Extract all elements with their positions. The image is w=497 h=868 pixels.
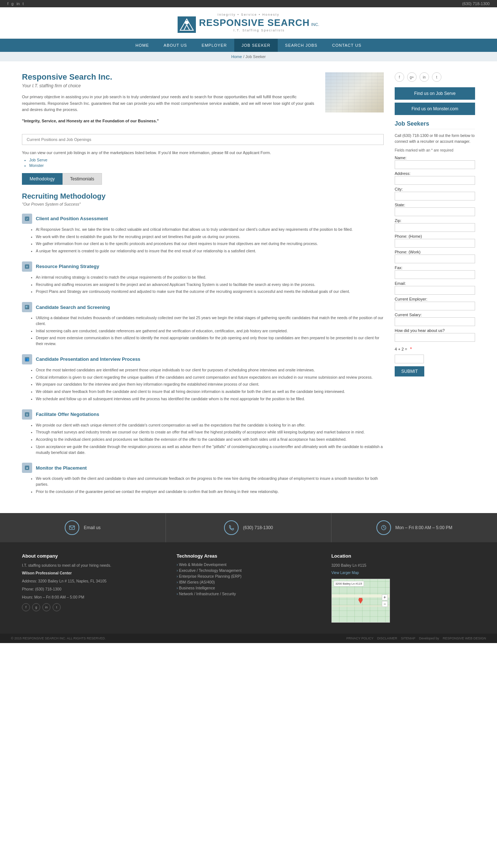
tab-testimonials[interactable]: Testimonials	[62, 173, 102, 185]
bullet-item: At Responsive Search Inc. we take the ti…	[36, 227, 384, 233]
map-zoom-out[interactable]: −	[382, 601, 388, 607]
search-method-icon: 🔍	[22, 302, 32, 312]
office-image	[325, 72, 384, 112]
jobserve-link[interactable]: Job Serve	[29, 158, 384, 162]
breadcrumb-home[interactable]: Home	[231, 54, 242, 59]
footer-email-text: Email us	[84, 525, 100, 530]
header-tagline: Integrity • Service • Honesty	[0, 13, 497, 16]
phone-home-input[interactable]	[395, 239, 475, 248]
site-header: Integrity • Service • Honesty RESPONSIVE…	[0, 7, 497, 39]
copyright-text: © 2015 RESPONSIVE SEARCH INC. ALL RIGHTS…	[11, 636, 106, 640]
monster-link[interactable]: Monster	[29, 163, 384, 168]
bullet-item: Critical information is given to our cli…	[36, 375, 384, 381]
hear-about-label: How did you hear about us?	[395, 328, 445, 333]
footer-view-larger[interactable]: View Larger Map	[331, 571, 359, 575]
footer-tech-link-4[interactable]: IBM iSeries (AS/400)	[177, 580, 320, 584]
method-bullets-3: Utilizing a database that includes thous…	[36, 315, 384, 347]
search-input[interactable]	[22, 134, 384, 145]
tab-methodology[interactable]: Methodology	[22, 173, 62, 185]
linkedin-icon[interactable]: in	[16, 1, 20, 6]
fax-input[interactable]	[395, 270, 475, 279]
footer-tech-link-3[interactable]: Enterprise Resource Planning (ERP)	[177, 574, 320, 578]
social-links: f g in t	[7, 1, 24, 6]
nav-contact[interactable]: CONTACT US	[325, 39, 369, 52]
salary-input[interactable]	[395, 317, 475, 326]
jobserve-button[interactable]: Find us on Job Serve	[395, 87, 475, 100]
google-plus-icon[interactable]: g	[11, 1, 14, 6]
responsive-design-link[interactable]: RESPONSIVE WEB DESIGN	[443, 636, 486, 640]
footer-about-desc: I.T. staffing solutions to meet all of y…	[22, 562, 166, 569]
bullet-item: Upon acceptance we guide the candidate t…	[36, 444, 384, 456]
sidebar-twitter-icon[interactable]: t	[432, 72, 441, 82]
required-note: Fields marked with an * are required	[395, 148, 475, 152]
zip-input[interactable]	[395, 223, 475, 232]
method-bullets-2: An internal recruiting strategy is creat…	[36, 275, 384, 295]
state-input[interactable]	[395, 207, 475, 216]
sitemap-link[interactable]: SITEMAP	[401, 636, 416, 640]
bullet-item: We obtain and share feedback from both t…	[36, 389, 384, 395]
sidebar-facebook-icon[interactable]: f	[395, 72, 404, 82]
svg-text:✓: ✓	[26, 217, 29, 221]
footer-social-icons: f g in t	[22, 603, 166, 611]
map-zoom-in[interactable]: +	[382, 594, 388, 600]
map-zoom-controls: + −	[382, 594, 388, 607]
nav-search-jobs[interactable]: SEARCH JOBS	[278, 39, 325, 52]
email-input[interactable]	[395, 286, 475, 295]
bullet-item: Recruiting and staffing resources are as…	[36, 282, 384, 288]
svg-marker-0	[180, 19, 193, 30]
method-section-3: 🔍 Candidate Search and Screening Utilizi…	[22, 302, 384, 347]
employer-input[interactable]	[395, 302, 475, 310]
city-input[interactable]	[395, 192, 475, 200]
submit-button[interactable]: SUBMIT	[395, 366, 424, 376]
footer-twitter-icon[interactable]: t	[53, 603, 61, 611]
hear-about-input[interactable]	[395, 333, 475, 342]
footer-hours: Hours: Mon – Fri 8:00 AM – 5:00 PM	[22, 594, 166, 600]
phone-icon	[224, 520, 239, 535]
offer-icon: $	[22, 409, 32, 420]
footer-tech-col: Technology Areas Web & Mobile Developmen…	[177, 553, 320, 623]
nav-employer[interactable]: EMPLOYER	[194, 39, 234, 52]
footer-tech-link-6[interactable]: Network / Infrastructure / Security	[177, 592, 320, 596]
sidebar-call-text: Call (630) 718-1300 or fill out the form…	[395, 133, 475, 145]
privacy-link[interactable]: PRIVACY POLICY	[346, 636, 373, 640]
sidebar-linkedin-icon[interactable]: in	[420, 72, 429, 82]
name-input[interactable]	[395, 160, 475, 169]
captcha-text: 4 + 2 =	[395, 347, 407, 351]
footer-tech-link-2[interactable]: Executive / Technology Management	[177, 568, 320, 573]
sidebar-social-icons: f g+ in t	[395, 72, 475, 82]
footer-tech-link-5[interactable]: Business Intelligence	[177, 586, 320, 590]
facebook-icon[interactable]: f	[7, 1, 8, 6]
bullet-item: We work with the client to establish the…	[36, 234, 384, 240]
monster-button[interactable]: Find us on Monster.com	[395, 103, 475, 115]
method-bullets-1: At Responsive Search Inc. we take the ti…	[36, 227, 384, 254]
nav-home[interactable]: HOME	[128, 39, 156, 52]
method-bullets-5: We provide our client with each unique e…	[36, 422, 384, 456]
bullet-item: Initial screening calls are conducted, c…	[36, 328, 384, 334]
footer-tech-link-1[interactable]: Web & Mobile Development	[177, 562, 320, 567]
footer-linkedin-icon[interactable]: in	[42, 603, 50, 611]
resource-icon: ≡	[22, 261, 32, 272]
footer-google-icon[interactable]: g	[32, 603, 40, 611]
svg-text:≡: ≡	[26, 265, 28, 268]
phone-work-input[interactable]	[395, 255, 475, 263]
bottom-links: PRIVACY POLICY DISCLAIMER SITEMAP Develo…	[346, 636, 486, 640]
captcha-input[interactable]	[395, 355, 424, 363]
methodology-tabs: Methodology Testimonials	[22, 173, 384, 185]
footer-facebook-icon[interactable]: f	[22, 603, 30, 611]
zip-label: Zip:	[395, 218, 401, 223]
sidebar-google-icon[interactable]: g+	[407, 72, 417, 82]
nav-about[interactable]: ABOUT US	[156, 39, 194, 52]
main-nav: HOME ABOUT US EMPLOYER JOB SEEKER SEARCH…	[0, 39, 497, 52]
twitter-icon[interactable]: t	[23, 1, 24, 6]
footer-address: Address: 3200 Bailey Ln # 115, Naples, F…	[22, 578, 166, 584]
content-left: Responsive Search Inc. Your I.T. staffin…	[22, 72, 384, 502]
svg-line-2	[184, 25, 187, 30]
nav-job-seeker[interactable]: JOB SEEKER	[234, 39, 278, 52]
footer-phone: Phone: (630) 718-1300	[22, 586, 166, 592]
footer-hours-text: Mon – Fri 8:00 AM – 5:00 PM	[395, 525, 452, 530]
svg-text:👥: 👥	[25, 357, 29, 361]
bullet-item: Prior to the conclusion of the guarantee…	[36, 489, 384, 495]
marketplace-list: Job Serve Monster	[29, 158, 384, 168]
disclaimer-link[interactable]: DISCLAIMER	[377, 636, 397, 640]
address-input[interactable]	[395, 176, 475, 185]
